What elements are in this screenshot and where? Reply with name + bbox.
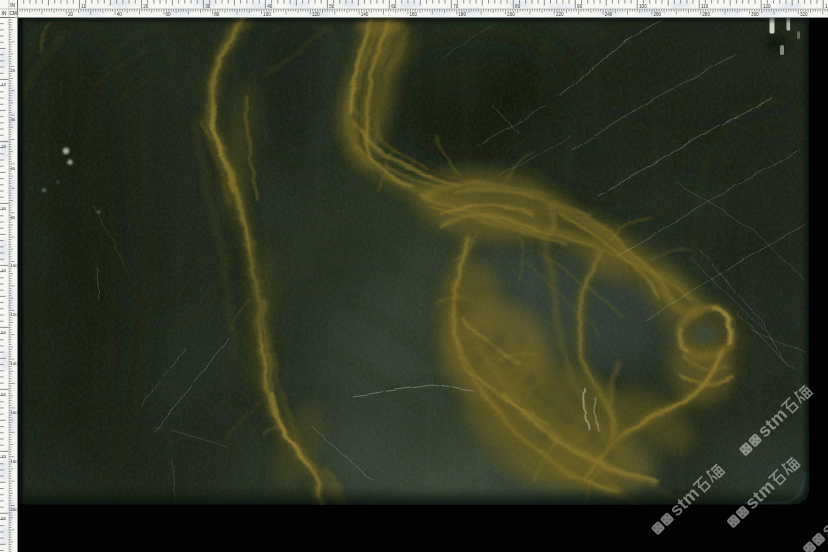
- svg-text:20: 20: [143, 4, 149, 9]
- svg-text:60: 60: [391, 4, 397, 9]
- svg-text:100: 100: [639, 4, 647, 9]
- svg-text:140: 140: [361, 12, 369, 17]
- svg-text:110: 110: [701, 4, 709, 9]
- svg-text:70: 70: [453, 4, 459, 9]
- svg-text:280: 280: [702, 12, 710, 17]
- svg-text:80: 80: [1, 516, 6, 521]
- svg-text:20: 20: [1, 144, 6, 149]
- svg-text:120: 120: [763, 4, 771, 9]
- svg-text:30: 30: [205, 4, 211, 9]
- svg-text:260: 260: [654, 12, 662, 17]
- svg-text:IN: IN: [2, 11, 7, 16]
- svg-text:160: 160: [10, 410, 18, 415]
- svg-text:140: 140: [10, 361, 18, 366]
- svg-text:50: 50: [1, 330, 6, 335]
- svg-text:60: 60: [10, 166, 15, 171]
- svg-text:160: 160: [410, 12, 418, 17]
- svg-text:80: 80: [515, 4, 521, 9]
- svg-text:40: 40: [1, 268, 6, 273]
- svg-text:100: 100: [263, 12, 271, 17]
- svg-text:320: 320: [800, 12, 808, 17]
- svg-text:300: 300: [751, 12, 759, 17]
- svg-text:40: 40: [117, 12, 123, 17]
- svg-text:20: 20: [10, 68, 15, 73]
- svg-text:10: 10: [1, 82, 6, 87]
- svg-text:50: 50: [329, 4, 335, 9]
- svg-text:80: 80: [214, 12, 220, 17]
- svg-text:10: 10: [81, 4, 87, 9]
- svg-text:200: 200: [10, 507, 18, 512]
- svg-text:30: 30: [1, 206, 6, 211]
- svg-text:CM: CM: [9, 11, 16, 16]
- svg-text:40: 40: [267, 4, 273, 9]
- svg-text:IN: IN: [10, 3, 15, 8]
- svg-text:70: 70: [1, 454, 6, 459]
- svg-text:180: 180: [10, 459, 18, 464]
- svg-text:240: 240: [605, 12, 613, 17]
- svg-text:120: 120: [10, 312, 18, 317]
- svg-text:90: 90: [577, 4, 583, 9]
- svg-text:60: 60: [166, 12, 172, 17]
- svg-text:180: 180: [458, 12, 466, 17]
- svg-text:60: 60: [1, 392, 6, 397]
- svg-text:40: 40: [10, 117, 15, 122]
- svg-text:20: 20: [68, 12, 74, 17]
- svg-text:80: 80: [10, 215, 15, 220]
- svg-text:120: 120: [312, 12, 320, 17]
- svg-text:100: 100: [10, 263, 18, 268]
- svg-text:220: 220: [556, 12, 564, 17]
- svg-text:200: 200: [507, 12, 515, 17]
